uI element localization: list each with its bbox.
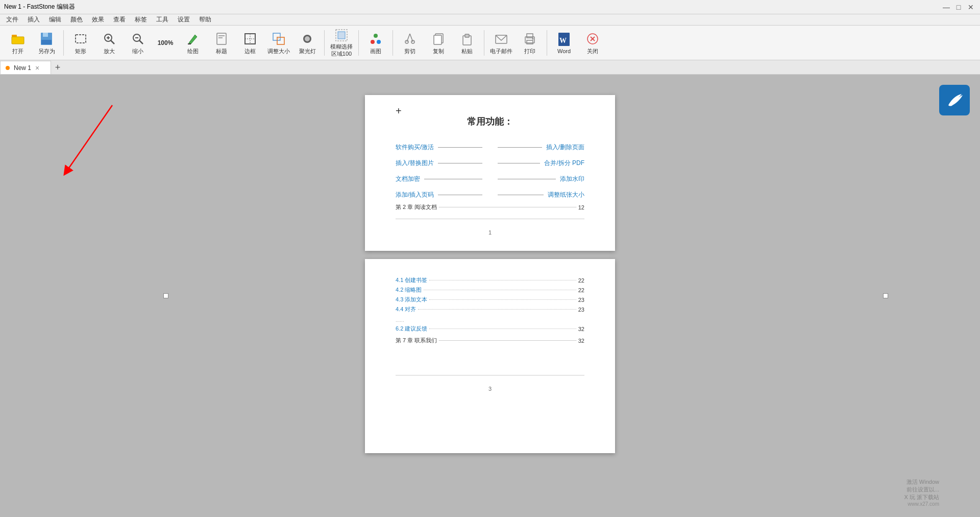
page-number-2: 3	[385, 386, 595, 392]
feature-link[interactable]: 插入/删除页面	[546, 143, 584, 152]
watermark-x: X 玩	[904, 494, 917, 500]
arrow-annotation	[51, 90, 133, 192]
border-label: 边框	[244, 48, 256, 55]
toolbar-btn-bookmark[interactable]: 标题	[208, 28, 235, 58]
feature-item: 合并/拆分 PDF	[498, 159, 584, 168]
feature-link[interactable]: 文档加密	[396, 175, 420, 183]
toolbar-btn-draw2[interactable]: 画图	[362, 28, 389, 58]
toolbar-btn-resize[interactable]: 调整大小	[265, 28, 292, 58]
svg-rect-1	[12, 37, 24, 44]
feature-link[interactable]: 调整纸张大小	[548, 191, 584, 199]
page-1-title: 常用功能：	[385, 115, 595, 128]
chapter-label: 第 2 章 阅读文档	[396, 203, 437, 211]
tabbar: New 1 × +	[0, 60, 980, 75]
page-2: 4.1 创建书签 22 4.2 缩略图 22 4.3 添加文本 23 4.4 对…	[365, 259, 615, 453]
toolbar-separator	[324, 30, 325, 56]
rect-label: 矩形	[75, 48, 86, 55]
svg-line-34	[410, 34, 413, 42]
menu-item-插入[interactable]: 插入	[23, 14, 44, 25]
toolbar-btn-select100[interactable]: 模糊选择区域100	[328, 28, 355, 58]
toc-entry: 4.2 缩略图 22	[396, 286, 584, 294]
toolbar-btn-rect[interactable]: 矩形	[67, 28, 94, 58]
page-cross: +	[396, 105, 402, 117]
toolbar-btn-close[interactable]: 关闭	[579, 28, 606, 58]
svg-rect-42	[527, 40, 533, 44]
menu-item-效果[interactable]: 效果	[88, 14, 108, 25]
maximize-button[interactable]: □	[953, 2, 964, 12]
saveas-icon	[38, 31, 55, 47]
toc-dots	[424, 290, 576, 290]
menu-item-查看[interactable]: 查看	[109, 14, 130, 25]
resize-label: 调整大小	[267, 48, 290, 55]
zoomout-label: 缩小	[132, 48, 143, 55]
svg-point-30	[377, 40, 381, 44]
toolbar-separator	[484, 30, 484, 56]
svg-rect-27	[338, 32, 345, 39]
toolbar-btn-print[interactable]: 打印	[516, 28, 544, 58]
print-icon	[522, 31, 538, 47]
menu-item-颜色[interactable]: 颜色	[66, 14, 87, 25]
toolbar-btn-draw[interactable]: 绘图	[179, 28, 207, 58]
toolbar-btn-border[interactable]: 边框	[236, 28, 264, 58]
toc-dots	[429, 280, 576, 280]
resize-handle-right[interactable]	[883, 293, 888, 298]
saveas-label: 另存为	[38, 48, 55, 55]
svg-point-25	[305, 36, 310, 41]
toolbar-btn-saveas[interactable]: 另存为	[33, 28, 60, 58]
toolbar-btn-cut2[interactable]: 剪切	[396, 28, 424, 58]
toolbar-btn-copy2[interactable]: 复制	[425, 28, 452, 58]
zoomin-icon	[101, 31, 117, 47]
toolbar-btn-zoomout[interactable]: 缩小	[124, 28, 152, 58]
toolbar-zoom: 100%	[153, 28, 178, 58]
resize-handle-left[interactable]	[163, 293, 168, 298]
features-grid: 软件购买/激活 插入/删除页面 插入/替换图片 合并/拆分 PDF	[396, 143, 584, 199]
close-button[interactable]: ✕	[966, 2, 976, 12]
toolbar-btn-paste2[interactable]: 粘贴	[453, 28, 481, 58]
cut2-icon	[402, 31, 418, 47]
feature-link[interactable]: 合并/拆分 PDF	[544, 159, 584, 168]
toolbar-btn-word[interactable]: WWord	[550, 28, 578, 58]
feature-link[interactable]: 软件购买/激活	[396, 143, 434, 152]
tab-close-button[interactable]: ×	[35, 64, 39, 72]
spotlight-icon	[299, 31, 315, 47]
menu-item-工具[interactable]: 工具	[152, 14, 173, 25]
menu-item-编辑[interactable]: 编辑	[45, 14, 65, 25]
menu-item-帮助[interactable]: 帮助	[195, 14, 215, 25]
email-icon	[493, 31, 509, 47]
svg-line-12	[139, 40, 143, 44]
tab-new1[interactable]: New 1 ×	[0, 61, 51, 74]
watermark-site-name: 派下载站	[917, 494, 939, 500]
titlebar: New 1 - FastStone 编辑器 — □ ✕	[0, 0, 980, 14]
svg-line-49	[66, 105, 112, 172]
minimize-button[interactable]: —	[941, 2, 951, 12]
chapter-line: 第 7 章 联系我们 32	[396, 337, 584, 344]
toc-entry: ......	[396, 317, 584, 323]
toc-label: 4.4 对齐	[396, 306, 416, 313]
zoomout-icon	[130, 31, 146, 47]
menu-item-标签[interactable]: 标签	[131, 14, 151, 25]
close-label: 关闭	[587, 48, 598, 55]
feature-link[interactable]: 插入/替换图片	[396, 159, 434, 168]
toolbar-separator	[358, 30, 359, 56]
draw2-icon	[368, 31, 384, 47]
feature-link[interactable]: 添加/插入页码	[396, 191, 434, 199]
select100-icon	[333, 28, 350, 42]
border-icon	[242, 31, 258, 47]
toolbar-btn-zoomin[interactable]: 放大	[95, 28, 123, 58]
toolbar-btn-open[interactable]: 打开	[4, 28, 32, 58]
svg-rect-6	[76, 35, 86, 43]
resize-icon	[271, 31, 287, 47]
word-icon: W	[556, 31, 572, 47]
feature-link[interactable]: 添加水印	[560, 175, 584, 183]
toolbar-btn-email[interactable]: 电子邮件	[487, 28, 515, 58]
tab-add-button[interactable]: +	[51, 61, 64, 74]
toc-dots	[429, 299, 576, 300]
page-divider	[396, 219, 584, 219]
feature-item: 调整纸张大小	[498, 191, 584, 199]
toc-num: 22	[578, 277, 584, 284]
window-controls: — □ ✕	[941, 2, 976, 12]
menu-item-设置[interactable]: 设置	[174, 14, 194, 25]
toolbar-btn-spotlight[interactable]: 聚光灯	[293, 28, 321, 58]
tab-indicator	[6, 66, 10, 70]
menu-item-文件[interactable]: 文件	[2, 14, 22, 25]
